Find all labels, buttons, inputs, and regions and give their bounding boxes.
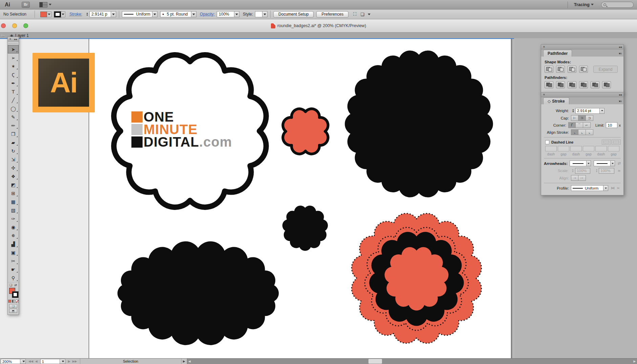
toolbar-close-icon[interactable]: ✕ (9, 38, 12, 41)
cap-button-1[interactable]: ⊃ (578, 115, 586, 121)
hand-tool[interactable]: ☛ (8, 265, 19, 274)
stroke-color-control[interactable] (54, 12, 65, 17)
fill-stroke-indicator[interactable] (8, 287, 19, 299)
blob-brush-tool[interactable]: ❐ (8, 130, 19, 138)
none-mode-button[interactable] (16, 300, 19, 303)
gap-input-5[interactable] (608, 146, 619, 151)
profile-dropdown[interactable] (603, 185, 608, 191)
panel-collapse-icon[interactable]: ◀◀ (619, 93, 622, 96)
stroke-swatch[interactable] (12, 292, 18, 298)
opacity-dropdown[interactable] (234, 11, 239, 17)
style-dropdown[interactable] (262, 11, 268, 17)
gradient-mode-button[interactable] (12, 300, 15, 303)
stroke-panel-link[interactable]: Stroke: (69, 12, 82, 17)
preferences-button[interactable]: Preferences (316, 11, 348, 18)
zoom-tool[interactable]: ⚲ (8, 274, 19, 282)
brush-combo[interactable]: ● 5 pt. Round (160, 11, 196, 17)
arrange-documents-button[interactable] (30, 2, 51, 7)
opacity-link[interactable]: Opacity: (200, 12, 215, 17)
weight-stepper[interactable]: ▲▼ (571, 108, 575, 114)
direct-selection-tool[interactable]: ➢ (8, 53, 19, 62)
black-scalloped-circle[interactable] (346, 51, 492, 197)
trim-button[interactable] (556, 81, 565, 88)
opacity-value[interactable]: 100% (217, 11, 234, 17)
stroke-weight-stepper[interactable]: ▲▼ (85, 11, 89, 17)
search-input[interactable] (601, 2, 634, 8)
panel-collapse-icon[interactable]: ◀◀ (619, 46, 622, 48)
screen-mode-button[interactable]: ⬒ (9, 309, 17, 313)
column-graph-tool[interactable]: ▟ (8, 240, 19, 248)
document-setup-button[interactable]: Document Setup (273, 11, 314, 18)
canvas-area[interactable]: Ai ONE MINUTE DIGITAL.com (0, 39, 511, 358)
scroll-left-button[interactable]: ◀ (187, 359, 192, 364)
type-tool[interactable]: T (8, 87, 19, 96)
paintbrush-tool[interactable]: ✎ (8, 113, 19, 121)
panel-menu-icon[interactable]: ▾≡ (619, 52, 621, 55)
style-combo[interactable] (255, 11, 268, 17)
align-stroke-button-2[interactable]: ⌞ (586, 129, 593, 135)
rotate-tool[interactable]: ↻ (8, 147, 19, 155)
artboard-navigation-combo[interactable]: 1 (40, 359, 65, 364)
scroll-right-button[interactable]: ▶ (632, 359, 637, 364)
arrowhead-start-select[interactable] (570, 160, 587, 166)
illustrator-badge-artwork[interactable]: Ai (33, 53, 95, 112)
previous-artboard-button[interactable]: ◀ (35, 360, 38, 363)
gradient-tool[interactable]: ▧ (8, 206, 19, 214)
opacity-combo[interactable]: 100% (217, 11, 239, 17)
fill-color-swatch[interactable] (40, 12, 47, 17)
workspace-switcher[interactable]: Tracing (574, 2, 594, 7)
corner-button-1[interactable]: ⌒ (576, 122, 583, 128)
minus-back-button[interactable] (602, 81, 611, 88)
gap-input-1[interactable] (558, 146, 569, 151)
lasso-tool[interactable]: Ϛ (8, 70, 19, 79)
artboard-tool[interactable]: ▣ (8, 248, 19, 257)
corner-button-0[interactable]: Γ (568, 122, 576, 128)
preserve-dash-button[interactable] (602, 140, 611, 145)
outline-button[interactable] (591, 81, 599, 88)
fill-color-control[interactable] (40, 12, 51, 17)
mesh-tool[interactable]: ▦ (8, 197, 19, 206)
status-popup-icon[interactable]: ▶ (182, 359, 187, 364)
document-titlebar[interactable]: roundie_badges2.ai* @ 200% (CMYK/Preview… (0, 19, 637, 33)
align-stroke-button-1[interactable]: ⌞ (578, 129, 586, 135)
width-profile-value[interactable]: Uniform (122, 11, 152, 17)
next-artboard-button[interactable]: ▶ (68, 360, 70, 363)
blend-tool[interactable]: ◉ (8, 223, 19, 231)
style-value[interactable] (255, 11, 262, 17)
scale-tool[interactable]: ⇲ (8, 155, 19, 164)
select-similar-icon[interactable]: ❏ (360, 12, 364, 17)
perspective-grid-tool[interactable]: ⊞ (8, 189, 19, 197)
eyedropper-tool[interactable]: ✑ (8, 214, 19, 223)
limit-input[interactable]: 10 (606, 122, 617, 128)
dock-divider[interactable] (511, 39, 514, 358)
dash-input-4[interactable] (595, 146, 607, 151)
stroke-weight-dropdown[interactable] (111, 11, 116, 17)
dash-input-2[interactable] (570, 146, 582, 151)
chevron-down-icon[interactable] (368, 14, 370, 15)
slice-tool[interactable]: ✂ (8, 257, 19, 265)
brush-dropdown[interactable] (191, 11, 196, 17)
status-display[interactable]: Selection (80, 359, 182, 364)
zoom-level-dropdown[interactable] (20, 359, 26, 364)
expand-button[interactable]: Expand (593, 66, 618, 73)
toolbar-grip[interactable]: ▪▪▪▪▪▪▪▪ (8, 42, 19, 45)
arrowhead-end-select[interactable] (594, 160, 611, 166)
gap-input-3[interactable] (583, 146, 594, 151)
width-profile-combo[interactable]: Uniform (122, 11, 157, 17)
default-fill-stroke-icon[interactable]: ❏ (9, 283, 12, 287)
artboard-bounds-icon[interactable]: ⛶ (353, 12, 356, 17)
horizontal-scrollbar[interactable]: ◀ ▶ (187, 359, 637, 364)
cap-button-2[interactable]: ⊐ (586, 115, 593, 121)
arrowhead-align-button-0[interactable]: ⇥ (571, 175, 578, 181)
brush-value[interactable]: ● 5 pt. Round (160, 11, 191, 17)
divide-button[interactable] (545, 81, 553, 88)
toolbar-expand-icon[interactable]: ▶▶ (14, 38, 17, 40)
corner-button-2[interactable]: ⌐ (583, 122, 591, 128)
shape-builder-tool[interactable]: ◩ (8, 180, 19, 189)
minus-front-button[interactable] (556, 66, 565, 73)
first-artboard-button[interactable]: ◀◀ (28, 360, 33, 363)
artboard-number-dropdown[interactable] (60, 359, 65, 364)
pencil-tool[interactable]: ✏ (8, 121, 19, 130)
stroke-color-dropdown[interactable] (61, 12, 65, 17)
intersect-button[interactable] (568, 66, 576, 73)
